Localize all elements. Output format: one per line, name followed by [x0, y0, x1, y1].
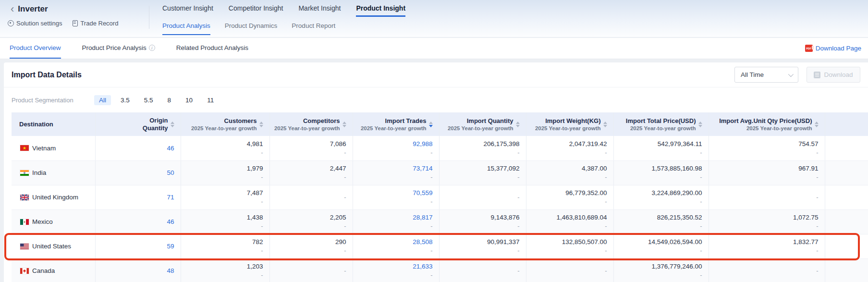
download-page-button[interactable]: PDF Download Page — [805, 38, 861, 59]
data-cell-import-quantity: - — [439, 185, 526, 209]
cell-value: 132,850,507.00 — [562, 238, 607, 246]
tab-product-insight[interactable]: Product Insight — [356, 4, 405, 17]
origin-quantity-link[interactable]: 46 — [167, 145, 174, 152]
origin-quantity-link[interactable]: 46 — [167, 218, 174, 225]
sort-carets-icon[interactable] — [171, 122, 174, 127]
segmentation-label: Product Segmentation — [12, 97, 82, 104]
sort-desc-icon — [259, 125, 263, 127]
segment-option-3.5[interactable]: 3.5 — [116, 95, 134, 105]
growth-value: - — [344, 149, 346, 157]
download-button[interactable]: Download — [807, 67, 860, 83]
column-header-import-quantity[interactable]: Import Quantity2025 Year-to-year growth — [439, 112, 526, 136]
column-header-import-avg-unit-qty-price-usd-[interactable]: Import Avg.Unit Qty Price(USD)2025 Year-… — [709, 112, 825, 136]
column-header-origin[interactable]: Origin Quantity — [95, 112, 181, 136]
cell-value: 967.91 — [798, 164, 818, 172]
table-row-united-states: United States59782-290-28,508-90,991,337… — [12, 234, 868, 258]
cell-value: 206,175,398 — [483, 140, 519, 148]
cell-content: 826,215,350.52- — [618, 213, 702, 230]
column-header-import-trades[interactable]: Import Trades2025 Year-to-year growth — [353, 112, 439, 136]
growth-value: - — [700, 149, 702, 157]
subtab-product-dynamics[interactable]: Product Dynamics — [225, 22, 278, 35]
origin-quantity-link[interactable]: 50 — [167, 169, 174, 176]
import-data-table: DestinationOrigin QuantityCustomers2025 … — [12, 112, 868, 282]
cell-content: 73,714- — [357, 164, 433, 181]
segment-option-all[interactable]: All — [94, 95, 111, 105]
segment-option-5.5[interactable]: 5.5 — [139, 95, 158, 105]
product-segmentation-row: Product Segmentation All3.55.581011 — [4, 94, 868, 106]
empty-value-dash: - — [713, 267, 819, 274]
nav-product-overview[interactable]: Product Overview — [10, 38, 61, 59]
data-cell-customers: 4,981- — [181, 136, 269, 160]
origin-quantity-link[interactable]: 59 — [167, 243, 174, 250]
cell-content: 7,487- — [185, 189, 263, 206]
trade-count-link[interactable]: 92,988 — [413, 140, 432, 148]
top-header-band: ‹ Inverter Solution settingsTrade Record… — [0, 0, 868, 37]
sort-carets-icon[interactable] — [603, 122, 607, 127]
time-filter-select[interactable]: All Time — [734, 67, 798, 83]
nav-item-label: Product Price Analysis — [82, 44, 147, 51]
column-header-competitors[interactable]: Competitors2025 Year-to-year growth — [269, 112, 353, 136]
column-header-content: Destination — [15, 121, 89, 128]
origin-quantity-link[interactable]: 48 — [167, 267, 174, 274]
data-cell-customers: 7,487- — [181, 185, 269, 209]
growth-value: - — [430, 149, 432, 157]
column-sublabel: 2025 Year-to-year growth — [361, 125, 427, 132]
cell-content: 3,224,869,290.00- — [618, 189, 702, 206]
column-header-import-total-price-usd-[interactable]: Import Total Price(USD)2025 Year-to-year… — [613, 112, 709, 136]
header-tool-solution-settings[interactable]: Solution settings — [8, 20, 62, 27]
origin-quantity-link[interactable]: 71 — [167, 194, 174, 201]
cell-value: 1,463,810,689.04 — [556, 213, 607, 221]
column-sublabel: 2025 Year-to-year growth — [274, 125, 340, 132]
trade-count-link[interactable]: 21,633 — [413, 262, 432, 270]
segment-option-11[interactable]: 11 — [202, 95, 219, 105]
pdf-icon: PDF — [805, 45, 813, 52]
sort-carets-icon[interactable] — [698, 122, 702, 127]
sort-carets-icon[interactable] — [429, 122, 433, 127]
growth-value: - — [605, 222, 607, 230]
trade-count-link[interactable]: 70,559 — [413, 189, 432, 197]
growth-value: - — [261, 149, 263, 157]
growth-value: - — [700, 247, 702, 255]
download-button-label: Download — [824, 71, 853, 78]
tab-market-insight[interactable]: Market Insight — [298, 4, 341, 17]
back-chevron-icon[interactable]: ‹ — [11, 4, 14, 14]
data-cell-import-quantity: 15,377,092- — [439, 160, 526, 185]
segment-option-10[interactable]: 10 — [181, 95, 197, 105]
trade-count-link[interactable]: 73,714 — [413, 164, 432, 172]
sort-carets-icon[interactable] — [342, 122, 346, 127]
tab-customer-insight[interactable]: Customer Insight — [162, 4, 213, 17]
sort-carets-icon[interactable] — [516, 122, 520, 127]
sort-carets-icon[interactable] — [259, 122, 263, 127]
segment-option-8[interactable]: 8 — [163, 95, 176, 105]
nav-product-price-analysis[interactable]: Product Price Analysisi — [82, 38, 155, 59]
breadcrumb: ‹ Inverter — [11, 4, 48, 14]
sort-desc-icon — [429, 125, 433, 127]
column-header-import-weight-kg-[interactable]: Import Weight(KG)2025 Year-to-year growt… — [526, 112, 613, 136]
column-sublabel: 2025 Year-to-year growth — [746, 125, 812, 132]
tab-competitor-insight[interactable]: Competitor Insight — [229, 4, 283, 17]
data-cell-import-weight-kg-: 132,850,507.00- — [526, 234, 613, 258]
growth-value: - — [430, 271, 432, 279]
column-header-content: Import Total Price(USD)2025 Year-to-year… — [618, 117, 702, 132]
column-header-content: Import Weight(KG)2025 Year-to-year growt… — [530, 117, 607, 132]
data-cell-import-weight-kg-: 4,387.00- — [526, 160, 613, 185]
data-cell-import-avg-unit-qty-price-usd-: 967.91- — [709, 160, 825, 185]
nav-related-product-analysis[interactable]: Related Product Analysis — [176, 38, 248, 59]
sort-desc-icon — [516, 125, 520, 127]
data-cell-competitors: - — [269, 258, 353, 282]
column-header-customers[interactable]: Customers2025 Year-to-year growth — [181, 112, 269, 136]
cell-content: 754.57- — [713, 140, 819, 157]
trade-count-link[interactable]: 28,508 — [413, 238, 432, 246]
column-label: Import Trades — [385, 117, 427, 125]
table-body: Vietnam464,981-7,086-92,988-206,175,398-… — [12, 136, 868, 282]
subtab-product-report[interactable]: Product Report — [292, 22, 335, 35]
origin-quantity-content: 50 — [99, 169, 174, 176]
cell-value: 1,979 — [247, 164, 263, 172]
growth-value: - — [344, 247, 346, 255]
subtab-product-analysis[interactable]: Product Analysis — [162, 22, 210, 35]
sort-carets-icon[interactable] — [815, 122, 819, 127]
header-tool-trade-record[interactable]: Trade Record — [73, 20, 118, 27]
trade-count-link[interactable]: 28,817 — [413, 213, 432, 221]
growth-value: - — [430, 222, 432, 230]
growth-value: - — [605, 198, 607, 206]
